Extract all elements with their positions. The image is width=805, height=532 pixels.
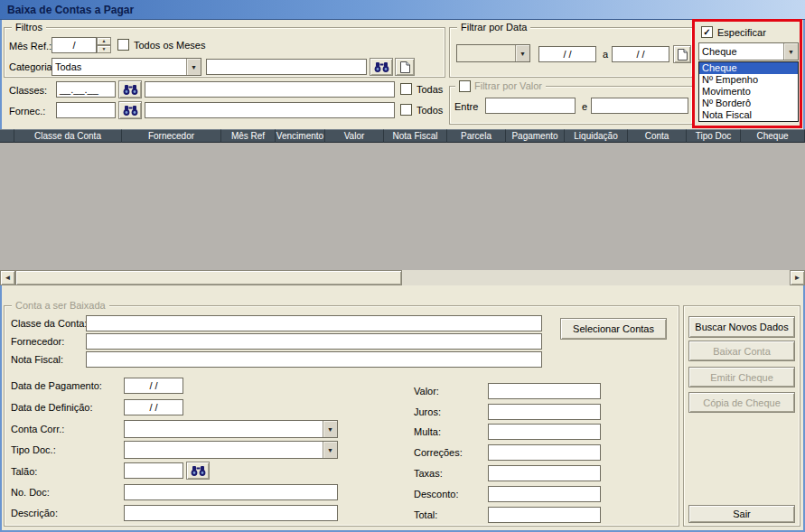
dropdown-option-cheque[interactable]: Cheque	[699, 62, 798, 74]
chevron-down-icon[interactable]: ▼	[323, 442, 337, 458]
filtrar-data-combobox[interactable]: ▼	[456, 44, 530, 62]
mes-ref-spinner[interactable]: ▲ ▼	[97, 37, 111, 53]
data-definicao-input[interactable]: / /	[124, 399, 183, 415]
correcoes-input[interactable]	[488, 444, 601, 461]
categoria-search-input[interactable]	[206, 59, 367, 75]
date-from-input[interactable]: / /	[538, 46, 596, 62]
mes-ref-input[interactable]: /	[51, 37, 97, 53]
fornec-todos-label: Todos	[417, 105, 443, 116]
categoria-new-button[interactable]	[395, 58, 415, 76]
selecionar-contas-button[interactable]: Selecionar Contas	[560, 318, 667, 340]
grid-col-liquidacao: Liquidação	[565, 129, 628, 143]
classes-description-input[interactable]	[145, 81, 395, 98]
fornec-description-input[interactable]	[145, 102, 395, 118]
dropdown-option-nota-fiscal[interactable]: Nota Fiscal	[699, 109, 798, 121]
checkbox-checked-box: ✓	[701, 26, 713, 38]
grid-col-valor: Valor	[325, 129, 384, 143]
desconto-input[interactable]	[488, 486, 601, 502]
dropdown-option-movimento[interactable]: Movimento	[699, 86, 798, 98]
valor-label: Valor:	[414, 386, 439, 397]
conta-corr-label: Conta Corr.:	[11, 424, 64, 435]
date-conj-label: a	[603, 49, 608, 61]
calendar-button[interactable]	[673, 45, 691, 63]
chevron-down-icon[interactable]: ▼	[515, 45, 529, 61]
grid-header: Classe da Conta Fornecedor Mês Ref Venci…	[0, 129, 805, 143]
dropdown-option-bordero[interactable]: Nº Borderô	[699, 98, 798, 109]
categoria-combobox[interactable]: Todas ▼	[51, 58, 201, 76]
grid-body[interactable]	[0, 143, 805, 270]
filtrar-data-legend: Filtrar por Data	[457, 21, 530, 33]
categoria-lookup-button[interactable]	[370, 58, 393, 76]
filtrar-valor-checkbox[interactable]	[459, 80, 471, 92]
todos-meses-checkbox[interactable]: Todos os Meses	[117, 39, 205, 51]
valor-input[interactable]	[488, 383, 601, 399]
descricao-input[interactable]	[124, 505, 338, 521]
tipo-doc-value	[125, 442, 323, 458]
copia-de-cheque-button[interactable]: Cópia de Cheque	[688, 392, 795, 413]
taxas-input[interactable]	[488, 465, 601, 481]
especificar-value: Cheque	[699, 43, 783, 60]
scroll-right-icon[interactable]: ►	[790, 270, 805, 285]
window-title: Baixa de Contas a Pagar	[7, 4, 134, 16]
scroll-left-icon[interactable]: ◄	[0, 270, 15, 285]
especificar-checkbox[interactable]: ✓ Especificar	[701, 26, 766, 38]
especificar-label: Especificar	[717, 27, 766, 38]
filtrar-data-value	[457, 45, 515, 61]
descricao-label: Descrição:	[11, 508, 58, 519]
fornecedor-input[interactable]	[86, 333, 542, 350]
dropdown-option-empenho[interactable]: Nº Empenho	[699, 74, 798, 86]
spin-down-icon[interactable]: ▼	[97, 45, 111, 53]
grid-col-nota-fiscal: Nota Fiscal	[384, 129, 447, 143]
talao-lookup-button[interactable]	[186, 462, 210, 480]
chevron-down-icon[interactable]: ▼	[186, 59, 201, 75]
nota-fiscal-input[interactable]	[86, 351, 542, 368]
valor-to-input[interactable]	[591, 98, 688, 114]
fornec-code-input[interactable]	[56, 102, 116, 118]
sair-button[interactable]: Sair	[688, 505, 795, 523]
grid-indicator-header	[0, 129, 14, 143]
grid-col-parcela: Parcela	[447, 129, 506, 143]
data-pagamento-input[interactable]: / /	[124, 378, 183, 394]
talao-input[interactable]	[124, 462, 183, 479]
spin-up-icon[interactable]: ▲	[97, 37, 111, 45]
grid-col-cheque: Cheque	[741, 129, 805, 143]
filtrar-valor-legend-text: Filtrar por Valor	[474, 79, 542, 92]
categoria-label: Categoria:	[9, 61, 55, 73]
classes-mask-input[interactable]: __.__.__	[56, 81, 116, 98]
total-label: Total:	[414, 509, 437, 521]
mes-ref-label: Mês Ref.:	[9, 41, 51, 52]
classes-todas-checkbox[interactable]: Todas	[400, 83, 443, 95]
grid-col-conta: Conta	[628, 129, 687, 143]
multa-input[interactable]	[488, 424, 601, 440]
fornec-todos-checkbox[interactable]: Todos	[400, 104, 443, 116]
new-document-icon	[400, 61, 410, 73]
binoculars-icon	[191, 465, 206, 477]
valor-from-input[interactable]	[485, 98, 576, 114]
categoria-value: Todas	[52, 59, 186, 75]
classe-conta-input[interactable]	[86, 315, 542, 331]
buscar-novos-dados-button[interactable]: Buscar Novos Dados	[688, 316, 795, 338]
conta-corr-combobox[interactable]: ▼	[124, 420, 338, 438]
scrollbar-thumb[interactable]	[15, 270, 402, 285]
no-doc-label: No. Doc:	[11, 487, 50, 499]
especificar-combobox[interactable]: Cheque ▼	[698, 42, 799, 61]
emitir-cheque-button[interactable]: Emitir Cheque	[688, 367, 795, 387]
titlebar[interactable]: Baixa de Contas a Pagar	[0, 0, 805, 20]
todos-meses-label: Todos os Meses	[134, 40, 205, 51]
chevron-down-icon[interactable]: ▼	[783, 43, 798, 60]
data-definicao-label: Data de Definição:	[11, 402, 93, 414]
chevron-down-icon[interactable]: ▼	[323, 421, 337, 437]
valor-conj-label: e	[582, 101, 587, 113]
no-doc-input[interactable]	[124, 484, 338, 500]
calendar-icon	[678, 49, 688, 61]
entre-label: Entre	[454, 101, 478, 113]
tipo-doc-label: Tipo Doc.:	[11, 444, 56, 456]
total-input[interactable]	[488, 507, 601, 523]
classes-lookup-button[interactable]	[118, 80, 142, 98]
tipo-doc-combobox[interactable]: ▼	[124, 441, 338, 459]
juros-input[interactable]	[488, 404, 601, 420]
horizontal-scrollbar[interactable]: ◄ ►	[0, 270, 805, 285]
fornec-lookup-button[interactable]	[118, 101, 142, 119]
baixar-conta-button[interactable]: Baixar Conta	[688, 341, 795, 361]
date-to-input[interactable]: / /	[612, 46, 669, 62]
